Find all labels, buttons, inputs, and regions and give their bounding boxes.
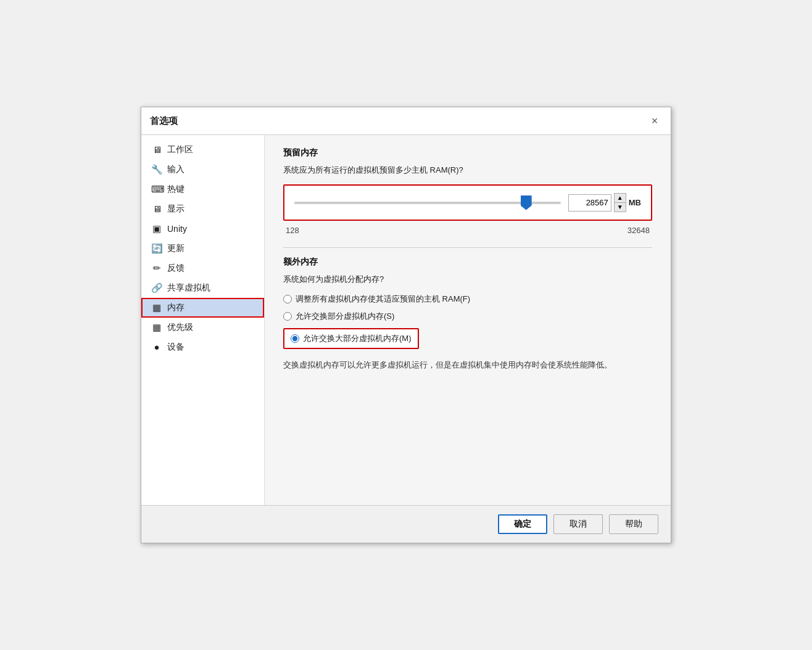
reserved-memory-title: 预留内存 <box>283 147 652 158</box>
sidebar-item-feedback[interactable]: ✏ 反馈 <box>141 258 264 278</box>
sidebar-label-priority: 优先级 <box>167 322 193 333</box>
radio-group: 调整所有虚拟机内存使其适应预留的主机 RAM(F) 允许交换部分虚拟机内存(S)… <box>283 294 652 349</box>
memory-icon: ▦ <box>151 302 162 313</box>
spinner-down-button[interactable]: ▼ <box>615 203 626 212</box>
input-icon: 🔧 <box>151 164 162 175</box>
mb-label: MB <box>629 198 641 207</box>
extra-memory-section: 额外内存 系统如何为虚拟机分配内存? 调整所有虚拟机内存使其适应预留的主机 RA… <box>283 257 652 372</box>
cancel-button[interactable]: 取消 <box>553 514 603 534</box>
sidebar-item-hotkey[interactable]: ⌨ 热键 <box>141 179 264 199</box>
help-button[interactable]: 帮助 <box>609 514 658 534</box>
radio-some-label: 允许交换部分虚拟机内存(S) <box>296 311 394 322</box>
radio-most-label: 允许交换大部分虚拟机内存(M) <box>303 333 412 344</box>
sidebar-label-unity: Unity <box>167 224 187 234</box>
close-button[interactable]: × <box>647 113 662 128</box>
slider-track <box>294 202 561 204</box>
title-bar: 首选项 × <box>141 107 671 135</box>
sidebar-label-update: 更新 <box>167 243 184 254</box>
unity-icon: ▣ <box>151 223 162 234</box>
priority-icon: ▦ <box>151 322 162 333</box>
sidebar-label-hotkey: 热键 <box>167 184 184 195</box>
feedback-icon: ✏ <box>151 263 162 274</box>
sidebar-item-priority[interactable]: ▦ 优先级 <box>141 318 264 337</box>
sidebar-label-input: 输入 <box>167 164 184 175</box>
slider-container: ▲ ▼ MB <box>283 184 652 221</box>
update-icon: 🔄 <box>151 243 162 254</box>
sidebar-item-workspace[interactable]: 🖥 工作区 <box>141 140 264 160</box>
spinner-buttons: ▲ ▼ <box>614 193 626 212</box>
radio-fit[interactable] <box>283 295 292 303</box>
sidebar-item-memory[interactable]: ▦ 内存 <box>141 298 264 318</box>
radio-most[interactable] <box>291 334 299 343</box>
radio-item-some[interactable]: 允许交换部分虚拟机内存(S) <box>283 311 652 322</box>
slider-value-box: ▲ ▼ MB <box>568 193 641 212</box>
hotkey-icon: ⌨ <box>151 184 162 195</box>
sidebar-label-workspace: 工作区 <box>167 144 193 155</box>
display-icon: 🖥 <box>151 204 162 215</box>
slider-min-label: 128 <box>286 226 299 235</box>
shared-vm-icon: 🔗 <box>151 282 162 294</box>
radio-item-most[interactable]: 允许交换大部分虚拟机内存(M) <box>283 328 419 349</box>
radio-item-fit[interactable]: 调整所有虚拟机内存使其适应预留的主机 RAM(F) <box>283 294 652 305</box>
preferences-dialog: 首选项 × 🖥 工作区 🔧 输入 ⌨ 热键 🖥 显示 ▣ <box>141 107 671 543</box>
main-content: 预留内存 系统应为所有运行的虚拟机预留多少主机 RAM(R)? ▲ ▼ <box>265 135 671 505</box>
sidebar-item-device[interactable]: ● 设备 <box>141 337 264 357</box>
radio-fit-label: 调整所有虚拟机内存使其适应预留的主机 RAM(F) <box>296 294 470 305</box>
sidebar-item-input[interactable]: 🔧 输入 <box>141 160 264 179</box>
spinner-up-button[interactable]: ▲ <box>615 194 626 202</box>
extra-memory-title: 额外内存 <box>283 257 652 268</box>
confirm-button[interactable]: 确定 <box>498 514 547 534</box>
slider-thumb[interactable] <box>521 195 532 210</box>
workspace-icon: 🖥 <box>151 144 162 155</box>
slider-fill <box>294 202 526 204</box>
sidebar-label-shared-vm: 共享虚拟机 <box>167 282 210 294</box>
sidebar-item-shared-vm[interactable]: 🔗 共享虚拟机 <box>141 278 264 298</box>
sidebar-item-update[interactable]: 🔄 更新 <box>141 239 264 258</box>
section-divider <box>283 247 652 248</box>
sidebar-item-display[interactable]: 🖥 显示 <box>141 199 264 219</box>
sidebar-label-memory: 内存 <box>167 302 184 313</box>
dialog-title: 首选项 <box>150 115 178 127</box>
slider-range-row: 128 32648 <box>283 226 652 235</box>
device-icon: ● <box>151 342 162 353</box>
radio-some[interactable] <box>283 312 292 321</box>
sidebar-label-device: 设备 <box>167 342 184 353</box>
dialog-footer: 确定 取消 帮助 <box>141 505 671 543</box>
note-text: 交换虚拟机内存可以允许更多虚拟机运行，但是在虚拟机集中使用内存时会使系统性能降低… <box>283 359 652 372</box>
reserved-memory-desc: 系统应为所有运行的虚拟机预留多少主机 RAM(R)? <box>283 165 652 176</box>
sidebar-item-unity[interactable]: ▣ Unity <box>141 219 264 239</box>
slider-wrapper <box>294 194 561 212</box>
extra-memory-desc: 系统如何为虚拟机分配内存? <box>283 274 652 285</box>
sidebar-label-feedback: 反馈 <box>167 263 184 274</box>
slider-max-label: 32648 <box>628 226 650 235</box>
slider-value-input[interactable] <box>568 194 611 212</box>
sidebar: 🖥 工作区 🔧 输入 ⌨ 热键 🖥 显示 ▣ Unity 🔄 更新 <box>141 135 265 505</box>
sidebar-label-display: 显示 <box>167 204 184 215</box>
dialog-body: 🖥 工作区 🔧 输入 ⌨ 热键 🖥 显示 ▣ Unity 🔄 更新 <box>141 135 671 505</box>
